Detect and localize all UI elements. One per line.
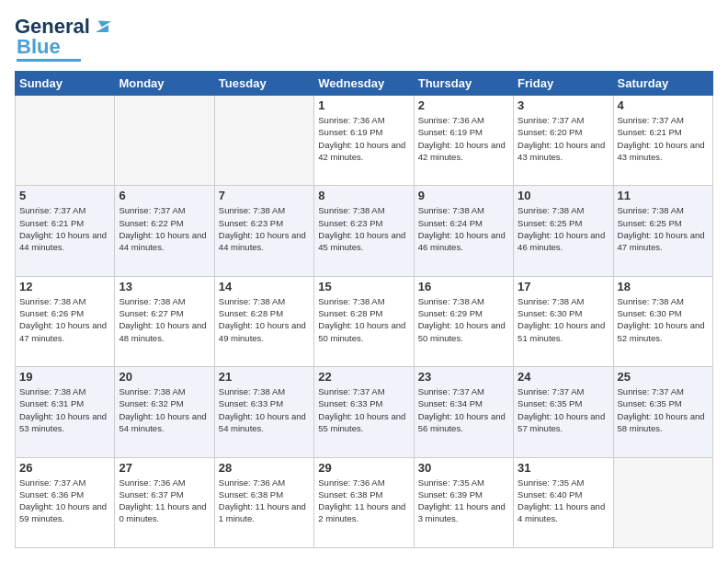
- calendar-day-cell: 1Sunrise: 7:36 AMSunset: 6:19 PMDaylight…: [314, 96, 414, 186]
- calendar-day-cell: 18Sunrise: 7:38 AMSunset: 6:30 PMDayligh…: [613, 276, 712, 366]
- day-info: Sunrise: 7:38 AMSunset: 6:31 PMDaylight:…: [19, 385, 110, 434]
- calendar-header-thursday: Thursday: [414, 72, 513, 96]
- logo-blue-text: Blue: [17, 35, 61, 59]
- calendar-day-cell: 31Sunrise: 7:35 AMSunset: 6:40 PMDayligh…: [514, 457, 613, 547]
- calendar-day-cell: 26Sunrise: 7:37 AMSunset: 6:36 PMDayligh…: [16, 457, 115, 547]
- day-number: 30: [418, 461, 509, 475]
- page: General Blue SundayMondayTuesdayWednesda…: [0, 0, 728, 563]
- calendar-day-cell: 20Sunrise: 7:38 AMSunset: 6:32 PMDayligh…: [115, 367, 214, 457]
- calendar-day-cell: [613, 457, 712, 547]
- calendar-day-cell: 3Sunrise: 7:37 AMSunset: 6:20 PMDaylight…: [514, 96, 613, 186]
- calendar-day-cell: 24Sunrise: 7:37 AMSunset: 6:35 PMDayligh…: [514, 367, 613, 457]
- calendar-day-cell: 2Sunrise: 7:36 AMSunset: 6:19 PMDaylight…: [414, 96, 513, 186]
- day-info: Sunrise: 7:38 AMSunset: 6:27 PMDaylight:…: [119, 295, 210, 344]
- calendar-header-saturday: Saturday: [613, 72, 712, 96]
- calendar-table: SundayMondayTuesdayWednesdayThursdayFrid…: [15, 71, 713, 548]
- header: General Blue: [15, 15, 713, 62]
- day-number: 4: [618, 98, 709, 112]
- day-info: Sunrise: 7:36 AMSunset: 6:37 PMDaylight:…: [119, 477, 210, 525]
- calendar-day-cell: 22Sunrise: 7:37 AMSunset: 6:33 PMDayligh…: [314, 367, 414, 457]
- calendar-day-cell: 15Sunrise: 7:38 AMSunset: 6:28 PMDayligh…: [314, 276, 414, 366]
- logo-triangle-icon: [92, 16, 112, 36]
- day-number: 26: [19, 461, 110, 475]
- day-info: Sunrise: 7:38 AMSunset: 6:32 PMDaylight:…: [119, 385, 210, 434]
- day-info: Sunrise: 7:38 AMSunset: 6:28 PMDaylight:…: [219, 295, 310, 344]
- calendar-day-cell: [214, 96, 313, 186]
- day-number: 16: [418, 280, 509, 293]
- day-info: Sunrise: 7:38 AMSunset: 6:29 PMDaylight:…: [418, 295, 509, 344]
- day-info: Sunrise: 7:37 AMSunset: 6:34 PMDaylight:…: [418, 385, 509, 434]
- calendar-header-row: SundayMondayTuesdayWednesdayThursdayFrid…: [16, 72, 713, 96]
- calendar-day-cell: 29Sunrise: 7:36 AMSunset: 6:38 PMDayligh…: [314, 457, 414, 547]
- logo: General Blue: [15, 15, 112, 62]
- day-number: 24: [518, 370, 609, 384]
- calendar-day-cell: 19Sunrise: 7:38 AMSunset: 6:31 PMDayligh…: [16, 367, 115, 457]
- day-info: Sunrise: 7:38 AMSunset: 6:25 PMDaylight:…: [618, 204, 709, 253]
- day-number: 25: [618, 370, 709, 384]
- calendar-header-sunday: Sunday: [16, 72, 115, 96]
- calendar-header-tuesday: Tuesday: [214, 72, 313, 96]
- day-number: 8: [318, 189, 409, 202]
- calendar-day-cell: 21Sunrise: 7:38 AMSunset: 6:33 PMDayligh…: [214, 367, 313, 457]
- day-info: Sunrise: 7:37 AMSunset: 6:36 PMDaylight:…: [19, 477, 110, 525]
- day-info: Sunrise: 7:38 AMSunset: 6:30 PMDaylight:…: [618, 295, 709, 344]
- day-number: 27: [119, 461, 210, 475]
- day-info: Sunrise: 7:37 AMSunset: 6:20 PMDaylight:…: [518, 114, 609, 163]
- calendar-week-row: 26Sunrise: 7:37 AMSunset: 6:36 PMDayligh…: [16, 457, 713, 547]
- logo-underline: [17, 59, 81, 62]
- calendar-week-row: 12Sunrise: 7:38 AMSunset: 6:26 PMDayligh…: [16, 276, 713, 366]
- calendar-day-cell: 10Sunrise: 7:38 AMSunset: 6:25 PMDayligh…: [514, 186, 613, 276]
- calendar-day-cell: 28Sunrise: 7:36 AMSunset: 6:38 PMDayligh…: [214, 457, 313, 547]
- calendar-day-cell: 4Sunrise: 7:37 AMSunset: 6:21 PMDaylight…: [613, 96, 712, 186]
- calendar-day-cell: 9Sunrise: 7:38 AMSunset: 6:24 PMDaylight…: [414, 186, 513, 276]
- day-info: Sunrise: 7:35 AMSunset: 6:40 PMDaylight:…: [518, 477, 609, 525]
- calendar-week-row: 19Sunrise: 7:38 AMSunset: 6:31 PMDayligh…: [16, 367, 713, 457]
- day-number: 14: [219, 280, 310, 293]
- calendar-header-wednesday: Wednesday: [314, 72, 414, 96]
- calendar-header-monday: Monday: [115, 72, 214, 96]
- day-number: 7: [219, 189, 310, 202]
- calendar-day-cell: 6Sunrise: 7:37 AMSunset: 6:22 PMDaylight…: [115, 186, 214, 276]
- day-number: 1: [318, 98, 409, 112]
- day-number: 28: [219, 461, 310, 475]
- calendar-day-cell: 25Sunrise: 7:37 AMSunset: 6:35 PMDayligh…: [613, 367, 712, 457]
- day-info: Sunrise: 7:37 AMSunset: 6:33 PMDaylight:…: [318, 385, 409, 434]
- day-number: 22: [318, 370, 409, 384]
- calendar-day-cell: 5Sunrise: 7:37 AMSunset: 6:21 PMDaylight…: [16, 186, 115, 276]
- day-info: Sunrise: 7:38 AMSunset: 6:24 PMDaylight:…: [418, 204, 509, 253]
- day-number: 20: [119, 370, 210, 384]
- calendar-day-cell: 14Sunrise: 7:38 AMSunset: 6:28 PMDayligh…: [214, 276, 313, 366]
- day-info: Sunrise: 7:36 AMSunset: 6:19 PMDaylight:…: [318, 114, 409, 163]
- calendar-day-cell: 16Sunrise: 7:38 AMSunset: 6:29 PMDayligh…: [414, 276, 513, 366]
- day-number: 6: [119, 189, 210, 202]
- day-number: 3: [518, 98, 609, 112]
- day-info: Sunrise: 7:36 AMSunset: 6:19 PMDaylight:…: [418, 114, 509, 163]
- day-info: Sunrise: 7:38 AMSunset: 6:23 PMDaylight:…: [219, 204, 310, 253]
- day-info: Sunrise: 7:37 AMSunset: 6:21 PMDaylight:…: [618, 114, 709, 163]
- day-number: 19: [19, 370, 110, 384]
- day-number: 5: [19, 189, 110, 202]
- day-number: 10: [518, 189, 609, 202]
- calendar-day-cell: 27Sunrise: 7:36 AMSunset: 6:37 PMDayligh…: [115, 457, 214, 547]
- svg-marker-1: [98, 16, 111, 27]
- calendar-day-cell: 23Sunrise: 7:37 AMSunset: 6:34 PMDayligh…: [414, 367, 513, 457]
- calendar-day-cell: [115, 96, 214, 186]
- day-number: 17: [518, 280, 609, 293]
- calendar-header-friday: Friday: [514, 72, 613, 96]
- day-number: 29: [318, 461, 409, 475]
- day-number: 31: [518, 461, 609, 475]
- calendar-day-cell: 13Sunrise: 7:38 AMSunset: 6:27 PMDayligh…: [115, 276, 214, 366]
- calendar-week-row: 1Sunrise: 7:36 AMSunset: 6:19 PMDaylight…: [16, 96, 713, 186]
- calendar-day-cell: 30Sunrise: 7:35 AMSunset: 6:39 PMDayligh…: [414, 457, 513, 547]
- day-number: 21: [219, 370, 310, 384]
- day-info: Sunrise: 7:38 AMSunset: 6:25 PMDaylight:…: [518, 204, 609, 253]
- day-info: Sunrise: 7:38 AMSunset: 6:28 PMDaylight:…: [318, 295, 409, 344]
- day-number: 9: [418, 189, 509, 202]
- day-info: Sunrise: 7:37 AMSunset: 6:35 PMDaylight:…: [518, 385, 609, 434]
- day-info: Sunrise: 7:36 AMSunset: 6:38 PMDaylight:…: [318, 477, 409, 525]
- calendar-day-cell: 11Sunrise: 7:38 AMSunset: 6:25 PMDayligh…: [613, 186, 712, 276]
- day-number: 2: [418, 98, 509, 112]
- day-number: 15: [318, 280, 409, 293]
- calendar-day-cell: 17Sunrise: 7:38 AMSunset: 6:30 PMDayligh…: [514, 276, 613, 366]
- calendar-day-cell: 12Sunrise: 7:38 AMSunset: 6:26 PMDayligh…: [16, 276, 115, 366]
